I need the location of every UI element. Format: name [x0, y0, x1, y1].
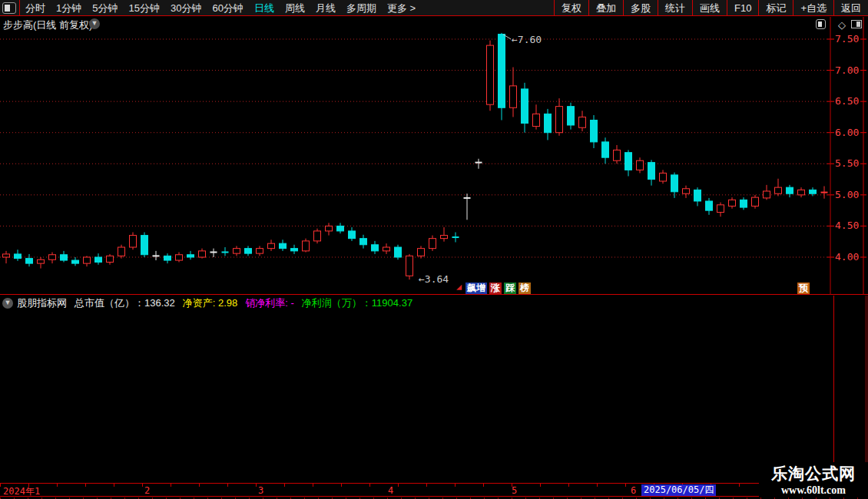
toolbar-button-叠加[interactable]: 叠加: [589, 0, 623, 16]
svg-text:4.00: 4.00: [835, 251, 859, 263]
svg-text:5.00: 5.00: [835, 189, 859, 200]
menu-item-60分钟[interactable]: 60分钟: [207, 0, 248, 16]
trading-app-window: 分时1分钟5分钟15分钟30分钟60分钟日线周线月线多周期更多 > 复权叠加多股…: [0, 0, 868, 499]
time-axis-label: 3: [258, 485, 263, 496]
current-date-box: 2025/06/05/四: [641, 484, 716, 496]
maximize-icon[interactable]: [851, 20, 862, 28]
brand-label: 股朋指标网: [17, 296, 67, 310]
candlestick-svg: 7.507.006.506.005.505.004.504.00←7.60←3.…: [0, 17, 868, 295]
menu-item-月线[interactable]: 月线: [310, 0, 341, 16]
svg-text:←3.64: ←3.64: [419, 273, 449, 285]
menu-item-更多 >[interactable]: 更多 >: [382, 0, 421, 16]
svg-text:7.50: 7.50: [835, 33, 859, 45]
svg-text:4.50: 4.50: [835, 220, 859, 231]
menu-item-周线[interactable]: 周线: [280, 0, 310, 16]
action-menu: 复权叠加多股统计画线F10标记+自选返回: [554, 0, 868, 16]
time-axis-label: 5: [512, 485, 517, 496]
svg-text:5.50: 5.50: [835, 157, 859, 169]
svg-text:7.00: 7.00: [835, 64, 859, 76]
top-toolbar: 分时1分钟5分钟15分钟30分钟60分钟日线周线月线多周期更多 > 复权叠加多股…: [0, 0, 868, 16]
toolbar-button-返回[interactable]: 返回: [834, 0, 868, 16]
candlestick-chart-area: 7.507.006.506.005.505.004.504.00←7.60←3.…: [0, 17, 868, 295]
status-items: 总市值（亿）：136.32净资产: 2.98销净利率: -净利润（万）：1190…: [75, 296, 420, 310]
toolbar-button-画线[interactable]: 画线: [693, 0, 727, 16]
chevron-down-icon[interactable]: ▼: [2, 298, 13, 309]
chevron-down-icon[interactable]: ▼: [89, 18, 100, 29]
svg-text:6.00: 6.00: [835, 127, 859, 138]
period-menu: 分时1分钟5分钟15分钟30分钟60分钟日线周线月线多周期更多 >: [20, 0, 421, 16]
event-badges: 飙增涨踩榜: [459, 283, 531, 294]
window-icon[interactable]: [2, 2, 16, 14]
finance-panel: 股东股份: 业绩指标: 财务指标: 财务预警: 基本面评估: ◦轻 警◦ 一般 …: [0, 310, 833, 483]
menu-item-多周期[interactable]: 多周期: [341, 0, 382, 16]
badge-榜: 榜: [518, 283, 531, 294]
menu-item-15分钟[interactable]: 15分钟: [123, 0, 164, 16]
svg-text:6.50: 6.50: [835, 95, 859, 107]
watermark-title: 乐淘公式网: [759, 463, 868, 484]
time-axis-label: 6: [631, 485, 636, 496]
time-axis[interactable]: 2024年123456 2025/06/05/四: [0, 483, 868, 497]
chart-title[interactable]: 步步高(日线 前复权): [3, 18, 92, 32]
svg-text:←7.60: ←7.60: [512, 34, 542, 45]
menu-item-5分钟[interactable]: 5分钟: [87, 0, 123, 16]
menu-item-分时[interactable]: 分时: [20, 0, 51, 16]
status-item: 销净利率: -: [245, 297, 294, 309]
watermark: 乐淘公式网 www.60lt.com: [759, 462, 868, 497]
badge-forecast: 预: [797, 283, 810, 294]
toolbar-button-标记[interactable]: 标记: [759, 0, 793, 16]
time-axis-label: 2024年1: [3, 485, 40, 498]
toolbar-button-多股[interactable]: 多股: [624, 0, 658, 16]
watermark-url: www.60lt.com: [759, 484, 868, 497]
toolbar-button-+自选[interactable]: +自选: [793, 0, 833, 16]
menu-item-日线[interactable]: 日线: [249, 0, 280, 16]
forecast-badge-wrap: 预: [797, 283, 810, 294]
toolbar-button-F10[interactable]: F10: [727, 0, 758, 16]
time-axis-label: 4: [388, 485, 393, 496]
status-item: 净利润（万）：11904.37: [302, 297, 412, 309]
toolbar-button-复权[interactable]: 复权: [555, 0, 588, 16]
toolbar-button-统计[interactable]: 统计: [658, 0, 692, 16]
panel-right-border: [833, 296, 834, 483]
status-item: 净资产: 2.98: [183, 297, 238, 309]
status-bar: ▼ 股朋指标网 总市值（亿）：136.32净资产: 2.98销净利率: -净利润…: [0, 296, 868, 310]
pin-panel-icon[interactable]: [816, 19, 826, 29]
menu-item-30分钟[interactable]: 30分钟: [165, 0, 207, 16]
diamond-icon[interactable]: ◇: [838, 19, 846, 31]
menu-item-1分钟[interactable]: 1分钟: [51, 0, 87, 16]
badge-踩: 踩: [504, 283, 516, 294]
badge-涨: 涨: [489, 283, 502, 294]
badge-飙增: 飙增: [465, 283, 487, 294]
status-item: 总市值（亿）：136.32: [75, 297, 175, 309]
time-axis-label: 2: [144, 485, 150, 496]
